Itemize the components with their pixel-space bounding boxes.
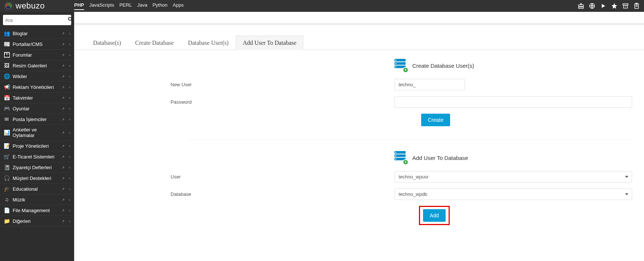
domains-icon[interactable] bbox=[577, 2, 585, 10]
sidebar-item-icon: 📁 bbox=[4, 218, 10, 224]
svg-point-8 bbox=[69, 17, 72, 20]
topnav-item[interactable]: Apps bbox=[173, 2, 184, 10]
external-link-icon[interactable]: ↗ bbox=[62, 131, 65, 135]
sidebar-item[interactable]: 🛒E-Ticaret Sistemleri↗› bbox=[0, 151, 74, 162]
sidebar-item[interactable]: 🎓Educational↗› bbox=[0, 184, 74, 194]
external-link-icon[interactable]: ↗ bbox=[62, 165, 65, 170]
section-title: Add User To Database bbox=[412, 155, 468, 161]
chevron-right-icon: › bbox=[69, 106, 70, 111]
sidebar-item[interactable]: 📁Diğerleri↗› bbox=[0, 216, 74, 227]
sidebar-item-label: Resim Galerileri bbox=[13, 63, 59, 68]
clipboard-icon[interactable] bbox=[633, 2, 640, 10]
section-create-user-head: + Create Database User(s) bbox=[394, 59, 632, 72]
external-link-icon[interactable]: ↗ bbox=[62, 53, 65, 57]
svg-rect-1 bbox=[578, 7, 584, 9]
search-icon[interactable] bbox=[67, 16, 73, 24]
sidebar-item-label: Ziyaretçi Defterleri bbox=[13, 165, 59, 170]
sidebar-item[interactable]: 🎮Oyunlar↗› bbox=[0, 103, 74, 114]
sidebar-item[interactable]: 🎧Müşteri Destekleri↗› bbox=[0, 173, 74, 184]
topnav-item[interactable]: Java bbox=[137, 2, 147, 10]
globe-settings-icon[interactable] bbox=[588, 2, 596, 10]
database-select[interactable]: techno_wpdb bbox=[394, 188, 632, 200]
sidebar-item-label: Oyunlar bbox=[13, 106, 59, 111]
sidebar-item[interactable]: 📢Reklam Yöneticileri↗› bbox=[0, 82, 74, 93]
sidebar-item[interactable]: 🌐Wikiler↗› bbox=[0, 71, 74, 82]
tabs: Database(s)Create DatabaseDatabase User(… bbox=[74, 36, 644, 50]
star-icon[interactable] bbox=[611, 2, 618, 10]
tab[interactable]: Add User To Database bbox=[236, 36, 304, 50]
sidebar-item[interactable]: ♫Müzik↗› bbox=[0, 194, 74, 205]
topnav-item[interactable]: PERL bbox=[119, 2, 132, 10]
external-link-icon[interactable]: ↗ bbox=[62, 198, 65, 202]
external-link-icon[interactable]: ↗ bbox=[62, 74, 65, 78]
sidebar-item[interactable]: 📅Takvimler↗› bbox=[0, 93, 74, 103]
sidebar-item[interactable]: ✉Posta İşlemciler↗› bbox=[0, 114, 74, 125]
external-link-icon[interactable]: ↗ bbox=[62, 208, 65, 213]
search-input[interactable] bbox=[5, 17, 67, 23]
external-link-icon[interactable]: ↗ bbox=[62, 85, 65, 89]
sidebar-item-label: Educational bbox=[13, 186, 59, 192]
password-input[interactable] bbox=[394, 96, 632, 108]
search-box[interactable] bbox=[3, 15, 71, 25]
sidebar-item-icon: ♫ bbox=[4, 197, 10, 203]
external-link-icon[interactable]: ↗ bbox=[62, 187, 65, 191]
sidebar-item-icon: 📓 bbox=[4, 164, 10, 170]
external-link-icon[interactable]: ↗ bbox=[62, 64, 65, 68]
external-link-icon[interactable]: ↗ bbox=[62, 107, 65, 111]
sidebar-item-icon: 📢 bbox=[4, 84, 10, 90]
topnav-item[interactable]: Python bbox=[152, 2, 167, 10]
row-user: User techno_wpusr bbox=[171, 171, 632, 183]
sidebar-item[interactable]: 👪Forumlar↗› bbox=[0, 50, 74, 60]
label-new-user: New User bbox=[171, 82, 394, 87]
sidebar-item[interactable]: 🖼Resim Galerileri↗› bbox=[0, 60, 74, 71]
user-select[interactable]: techno_wpusr bbox=[394, 171, 632, 183]
external-link-icon[interactable]: ↗ bbox=[62, 155, 65, 159]
topnav-item[interactable]: PHP bbox=[74, 2, 84, 10]
tab[interactable]: Database User(s) bbox=[181, 36, 236, 50]
sidebar-item[interactable]: 👥Bloglar↗› bbox=[0, 28, 74, 39]
sidebar-item-icon: 📄 bbox=[4, 207, 10, 213]
chevron-right-icon: › bbox=[69, 219, 70, 223]
sidebar-item[interactable]: 📓Ziyaretçi Defterleri↗› bbox=[0, 162, 74, 173]
separator bbox=[188, 140, 632, 140]
sidebar-item-icon: 🖼 bbox=[4, 63, 10, 68]
add-button[interactable]: Add bbox=[423, 209, 446, 222]
sidebar-item-label: Wikiler bbox=[13, 74, 59, 79]
sidebar-item[interactable]: 📄File Management↗› bbox=[0, 205, 74, 216]
external-link-icon[interactable]: ↗ bbox=[62, 144, 65, 148]
sidebar-item-label: Anketler ve Oylamalar bbox=[13, 127, 59, 138]
logo[interactable]: webuzo bbox=[4, 1, 74, 11]
sidebar-item-label: Bloglar bbox=[13, 31, 59, 36]
tab[interactable]: Create Database bbox=[128, 36, 181, 50]
svg-rect-5 bbox=[624, 5, 628, 8]
external-link-icon[interactable]: ↗ bbox=[62, 31, 65, 36]
sidebar-item-icon: 📝 bbox=[4, 143, 10, 149]
external-link-icon[interactable]: ↗ bbox=[62, 117, 65, 121]
create-button[interactable]: Create bbox=[421, 114, 450, 126]
play-icon[interactable] bbox=[600, 2, 607, 10]
sidebar-item[interactable]: 📰Portallar/CMS↗› bbox=[0, 39, 74, 50]
topnav: PHPJavaScriptsPERLJavaPythonApps bbox=[74, 2, 184, 10]
external-link-icon[interactable]: ↗ bbox=[62, 96, 65, 100]
database-plus-icon: + bbox=[394, 59, 408, 72]
sidebar-item-label: Müzik bbox=[13, 197, 59, 203]
external-link-icon[interactable]: ↗ bbox=[62, 176, 65, 180]
main: Database(s)Create DatabaseDatabase User(… bbox=[74, 12, 644, 261]
chevron-right-icon: › bbox=[69, 96, 70, 100]
svg-point-2 bbox=[581, 3, 582, 4]
label-user: User bbox=[171, 174, 394, 180]
chevron-right-icon: › bbox=[69, 154, 70, 159]
tab[interactable]: Database(s) bbox=[86, 36, 128, 50]
archive-icon[interactable] bbox=[622, 2, 629, 10]
sidebar-item[interactable]: 📝Proje Yöneticileri↗› bbox=[0, 141, 74, 151]
external-link-icon[interactable]: ↗ bbox=[62, 219, 65, 223]
sidebar-list: 👥Bloglar↗›📰Portallar/CMS↗›👪Forumlar↗›🖼Re… bbox=[0, 28, 74, 261]
chevron-right-icon: › bbox=[69, 117, 70, 121]
external-link-icon[interactable]: ↗ bbox=[62, 42, 65, 46]
chevron-right-icon: › bbox=[69, 63, 70, 68]
sidebar-item-label: Diğerleri bbox=[13, 218, 59, 224]
row-password: Password bbox=[171, 96, 632, 108]
new-user-input[interactable] bbox=[394, 79, 465, 90]
topnav-item[interactable]: JavaScripts bbox=[89, 2, 114, 10]
sidebar-item[interactable]: 📊Anketler ve Oylamalar↗› bbox=[0, 125, 74, 141]
